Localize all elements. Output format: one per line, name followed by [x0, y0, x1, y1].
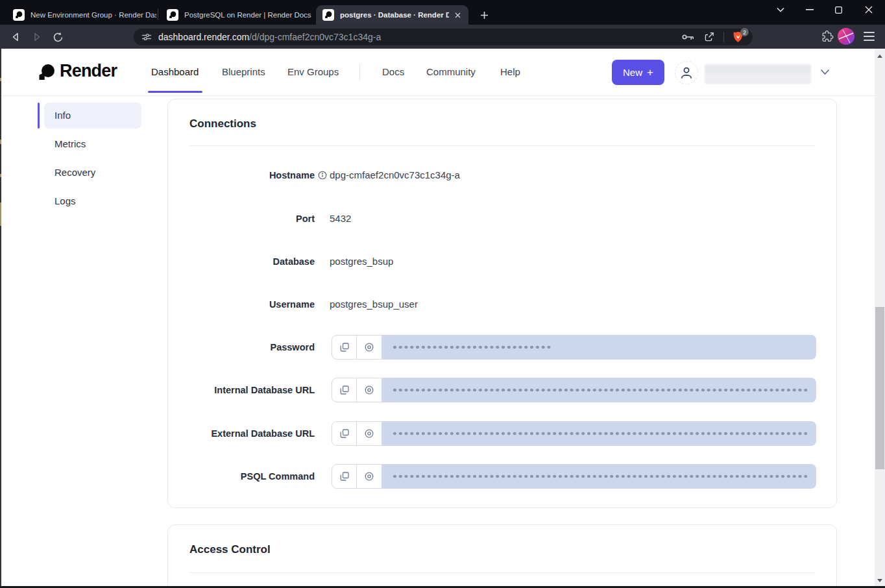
brave-shield-icon[interactable]: 2 [733, 31, 744, 43]
sidebar-active-indicator [38, 103, 40, 129]
nav-active-underline [148, 91, 202, 93]
render-favicon [167, 9, 178, 21]
nav-help[interactable]: Help [500, 49, 520, 95]
scrollbar-down-icon[interactable] [877, 579, 882, 582]
username-value: postgres_bsup_user [330, 298, 418, 311]
browser-tab-env-group[interactable]: New Environment Group · Render Das [6, 5, 156, 25]
render-favicon [13, 9, 25, 21]
site-info-icon[interactable] [141, 32, 152, 42]
browser-tab-docs[interactable]: PostgreSQL on Render | Render Docs [160, 5, 313, 25]
password-key-icon[interactable] [682, 33, 694, 41]
nav-community[interactable]: Community [426, 49, 476, 95]
profile-avatar[interactable] [838, 28, 855, 45]
tab-search-chevron-icon[interactable] [766, 0, 795, 19]
forward-icon[interactable] [29, 29, 45, 45]
tab-title: postgres · Database · Render Da [340, 11, 449, 19]
eye-icon[interactable] [357, 422, 382, 445]
share-icon[interactable] [704, 32, 714, 42]
new-button[interactable]: New+ [612, 60, 664, 85]
card-divider [189, 572, 815, 573]
psql-masked-field[interactable] [382, 464, 816, 489]
password-label: Password [168, 341, 315, 354]
external-url-masked-field[interactable] [382, 421, 816, 446]
connections-title: Connections [189, 117, 256, 130]
copy-icon[interactable] [332, 422, 357, 445]
browser-tabstrip: New Environment Group · Render Das Postg… [0, 0, 885, 25]
reload-icon[interactable] [49, 29, 66, 45]
scrollbar-thumb[interactable] [875, 307, 884, 469]
card-divider [189, 145, 815, 146]
internal-url-masked-field[interactable] [382, 378, 816, 402]
browser-tab-active[interactable]: postgres · Database · Render Da [316, 5, 468, 25]
screen-left-edge-accent [0, 202, 1, 226]
external-url-label: External Database URL [168, 427, 315, 440]
render-logo-icon[interactable] [38, 64, 55, 81]
tab-title: PostgreSQL on Render | Render Docs [184, 11, 313, 19]
hostname-value: dpg-cmfaef2cn0vc73c1c34g-a [330, 169, 460, 182]
tab-close-icon[interactable] [452, 12, 463, 18]
render-dashboard-page: Render Dashboard Blueprints Env Groups D… [0, 49, 885, 588]
extensions-icon[interactable] [822, 31, 834, 42]
menu-icon[interactable] [864, 32, 875, 41]
nav-env-groups[interactable]: Env Groups [287, 49, 339, 95]
access-control-title: Access Control [189, 543, 271, 556]
shield-badge: 2 [740, 28, 749, 36]
eye-icon[interactable] [357, 336, 382, 359]
page-scrollbar[interactable] [875, 49, 885, 588]
sidebar-item-logs[interactable]: Logs [55, 188, 76, 214]
minimize-icon[interactable] [795, 0, 824, 19]
nav-dashboard[interactable]: Dashboard [151, 49, 199, 95]
plus-icon: + [647, 66, 653, 79]
url-path: /d/dpg-cmfaef2cn0vc73c1c34g-a [249, 32, 381, 42]
account-chevron-icon[interactable] [820, 69, 830, 75]
user-icon[interactable] [675, 61, 698, 84]
nav-blueprints[interactable]: Blueprints [222, 49, 265, 95]
port-value: 5432 [330, 212, 351, 225]
scrollbar-up-icon[interactable] [877, 55, 882, 58]
sidebar-item-metrics[interactable]: Metrics [55, 131, 86, 157]
nav-divider [359, 64, 360, 80]
url-domain: dashboard.render.com [158, 32, 249, 42]
connections-card: Connections Hostname dpg-cmfaef2cn0vc73c… [167, 99, 837, 508]
sidebar-item-info[interactable]: Info [44, 103, 141, 129]
copy-icon[interactable] [332, 378, 357, 402]
port-label: Port [168, 212, 315, 225]
copy-icon[interactable] [332, 336, 357, 359]
tab-divider [158, 9, 158, 20]
render-favicon [322, 9, 334, 21]
render-logo-text[interactable]: Render [60, 61, 117, 81]
close-window-icon[interactable] [854, 0, 883, 19]
access-control-card: Access Control [167, 524, 837, 588]
psql-label: PSQL Command [168, 470, 315, 483]
nav-docs[interactable]: Docs [382, 49, 404, 95]
screen-left-edge-accent [0, 78, 1, 81]
eye-icon[interactable] [357, 378, 382, 402]
username-label: Username [168, 298, 315, 311]
sidebar-item-recovery[interactable]: Recovery [55, 160, 95, 186]
header-border [0, 95, 875, 96]
omnibox-divider [723, 32, 724, 42]
screen-left-edge [0, 49, 1, 588]
hostname-label: Hostname [168, 169, 315, 182]
eye-icon[interactable] [357, 465, 382, 488]
tab-title: New Environment Group · Render Das [30, 11, 156, 19]
info-icon[interactable] [318, 171, 327, 180]
back-icon[interactable] [7, 29, 24, 45]
url-text: dashboard.render.com/d/dpg-cmfaef2cn0vc7… [158, 32, 381, 42]
copy-icon[interactable] [332, 465, 357, 488]
new-tab-button[interactable] [476, 6, 492, 23]
screen-left-edge-accent [0, 174, 1, 177]
database-label: Database [168, 255, 315, 268]
maximize-icon[interactable] [824, 0, 853, 19]
account-name-redacted [705, 64, 811, 84]
screen-left-edge-accent [0, 140, 1, 144]
password-masked-field[interactable] [382, 335, 816, 360]
address-bar[interactable]: dashboard.render.com/d/dpg-cmfaef2cn0vc7… [134, 29, 753, 45]
database-value: postgres_bsup [330, 255, 393, 268]
internal-url-label: Internal Database URL [168, 384, 315, 397]
browser-toolbar: dashboard.render.com/d/dpg-cmfaef2cn0vc7… [0, 25, 885, 49]
